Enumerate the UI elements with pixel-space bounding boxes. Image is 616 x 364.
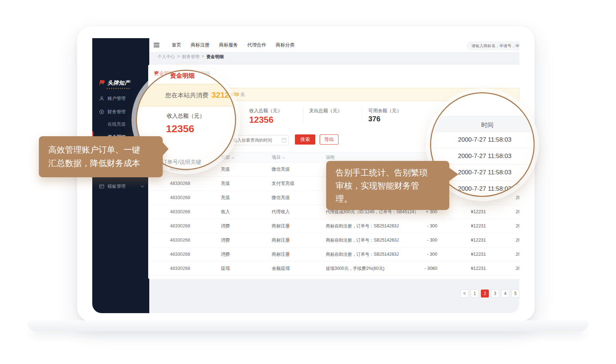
breadcrumb-part[interactable]: 个人中心 (158, 54, 175, 60)
table-row[interactable]: 48330268消费商标注册商标自助注册，订单号：SB2514263J- 300… (148, 219, 519, 233)
stat-income-label: 收入总额（元） (249, 108, 282, 114)
breadcrumb-separator: > (202, 54, 204, 60)
logo-subtext (107, 88, 130, 89)
search-input[interactable] (467, 41, 519, 50)
logo[interactable]: 头牌知产 (98, 78, 146, 88)
sidebar-subitem-label: 在线充值 (108, 121, 126, 128)
stat-income-value: 12356 (249, 115, 273, 125)
tooltip-right: 告别手工统计、告别繁琐 审核，实现智能财务管 理。 (326, 161, 449, 210)
pagination-page-2-active[interactable]: 2 (481, 290, 489, 298)
logo-mark-icon (98, 80, 106, 86)
user-icon (99, 96, 105, 101)
sidebar-item-template[interactable]: 模板管理 (92, 181, 149, 192)
lens-income-label: 收入总额（元） (167, 113, 205, 120)
hamburger-menu-icon[interactable] (154, 43, 159, 47)
pagination-page-3[interactable]: 3 (491, 290, 499, 298)
col-type[interactable]: 类型 (218, 154, 269, 161)
tooltip-arrow (449, 168, 458, 181)
tooltip-text-line: 高效管理账户订单、一键 (48, 143, 163, 157)
laptop-base (28, 320, 588, 331)
lens-income-value: 12356 (166, 123, 194, 135)
lens-column-header: 订单号/说明关键 (162, 159, 201, 166)
pagination: < 1 2 3 4 5 (461, 290, 519, 298)
sort-caret-icon (282, 155, 285, 160)
tooltip-text-line: 汇总数据，降低财务成本 (48, 157, 163, 170)
export-button[interactable]: 导出 (320, 134, 339, 145)
lens-time-header: 时间 (430, 116, 535, 132)
banner-amount-tail: 820元 (231, 92, 245, 98)
nav-item-trademark-register[interactable]: 商标注册 (191, 42, 210, 48)
lens-tab-label: 资金明细 (170, 72, 195, 80)
sort-caret-icon (231, 155, 234, 160)
stat-balance-value: 376 (368, 115, 380, 123)
finance-icon (99, 109, 105, 114)
top-nav: 首页 商标注册 商标服务 代理合作 商标分类 (172, 38, 295, 52)
table-row[interactable]: 48330268消费商标注册商标自助注册，订单号：SB2514263J- 300… (148, 233, 519, 247)
sidebar-item-label: 财务管理 (108, 109, 126, 115)
nav-item-home[interactable]: 首页 (172, 42, 181, 48)
tooltip-arrow (163, 142, 169, 155)
calendar-icon[interactable] (282, 138, 286, 142)
logo-text: 头牌知产 (108, 80, 130, 86)
date-query-input[interactable] (229, 135, 289, 145)
sidebar-item-label: 模板管理 (108, 183, 126, 190)
breadcrumb: 个人中心 > 财务管理 > 资金明细 (158, 54, 224, 60)
sidebar-item-label: 账户管理 (108, 96, 126, 102)
stat-balance-label: 可用余额（元） (368, 108, 401, 114)
tooltip-left: 高效管理账户订单、一键 汇总数据，降低财务成本 (39, 136, 163, 177)
tooltip-text-line: 审核，实现智能财务管 (336, 179, 449, 192)
nav-item-trademark-category[interactable]: 商标分类 (276, 42, 295, 48)
table-row[interactable]: 48330268消费商标注册商标自助注册，订单号：SB2514263J- 300… (148, 247, 519, 262)
table-row[interactable]: 48330268提现余额提现提现3000元，手续费2%(60元)- 3060¥1… (148, 262, 519, 276)
page-canvas: 头牌知产 账户管理 财务管理 (0, 0, 616, 364)
pagination-prev-button[interactable]: < (461, 290, 469, 298)
col-project[interactable]: 项目 (269, 154, 320, 161)
nav-item-agent-cooperation[interactable]: 代理合作 (247, 42, 266, 48)
col-description[interactable]: 说明 (320, 154, 418, 161)
template-icon (99, 184, 105, 189)
chevron-down-icon (141, 185, 144, 187)
breadcrumb-part[interactable]: 财务管理 (182, 54, 199, 60)
stat-expense-label: 支出总额（元） (309, 108, 342, 114)
breadcrumb-separator: > (177, 54, 180, 60)
tooltip-text-line: 告别手工统计、告别繁琐 (336, 166, 449, 179)
breadcrumb-current: 资金明细 (206, 54, 224, 60)
breadcrumb-band: 个人中心 > 财务管理 > 资金明细 (149, 52, 519, 62)
pagination-page-4[interactable]: 4 (501, 290, 509, 298)
tooltip-text-line: 理。 (336, 192, 449, 205)
search-button[interactable]: 搜索 (295, 134, 315, 145)
stat-divider (303, 107, 303, 122)
stat-divider (362, 107, 362, 122)
pagination-page-5[interactable]: 5 (511, 290, 519, 298)
pagination-page-1[interactable]: 1 (471, 290, 479, 298)
nav-item-trademark-service[interactable]: 商标服务 (219, 42, 238, 48)
lens-banner: 您在本站共消费 32124 元 (136, 84, 236, 106)
lens-time-row: 2000-7-27 11:58:03 (430, 132, 535, 148)
